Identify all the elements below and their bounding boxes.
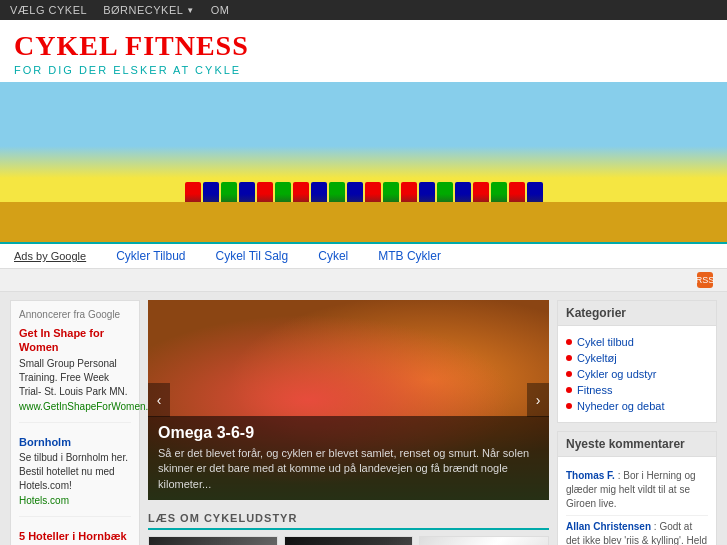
announce-header: Annoncerer fra Google <box>19 309 131 320</box>
ad-bar: Ads by Google Cykler Tilbud Cykel Til Sa… <box>0 242 727 269</box>
bullet-icon <box>566 403 572 409</box>
left-sidebar: Annoncerer fra Google Get In Shape for W… <box>10 300 140 545</box>
bullet-icon <box>566 339 572 345</box>
thumbnail-grid: 23. MARTS 2011 💬 0 20. MARTS 2011 💬 0 <box>148 536 549 545</box>
ad-link-cykel-til-salg[interactable]: Cykel Til Salg <box>216 249 289 263</box>
bullet-icon <box>566 371 572 377</box>
sidebar-ad-title-1[interactable]: Get In Shape for Women <box>19 326 131 355</box>
sidebar-ad-title-2[interactable]: Bornholm <box>19 435 131 449</box>
ad-link-cykler-tilbud[interactable]: Cykler Tilbud <box>116 249 185 263</box>
sidebar-ad-3: 5 Hoteller i Hornbæk Bestil dit Hotel i … <box>19 529 131 545</box>
featured-excerpt: Så er det blevet forår, og cyklen er ble… <box>158 446 539 492</box>
dropdown-arrow-icon: ▼ <box>186 6 194 15</box>
site-title: CYKEL FITNESS <box>14 30 713 62</box>
sidebar-ad-body-2: Se tilbud i Bornholm her. Bestil hotelle… <box>19 451 131 493</box>
featured-overlay: Omega 3-6-9 Så er det blevet forår, og c… <box>148 416 549 500</box>
nav-bornecykel[interactable]: BØRNECYKEL ▼ <box>103 4 195 16</box>
top-navigation: VÆLG CYKEL BØRNECYKEL ▼ OM <box>0 0 727 20</box>
category-item-5[interactable]: Nyheder og debat <box>566 398 708 414</box>
hero-image <box>0 82 727 242</box>
category-item-2[interactable]: Cykeltøj <box>566 350 708 366</box>
center-content: ‹ › Omega 3-6-9 Så er det blevet forår, … <box>148 300 549 545</box>
comment-author-2[interactable]: Allan Christensen <box>566 521 651 532</box>
bullet-icon <box>566 387 572 393</box>
comment-author-1[interactable]: Thomas F. <box>566 470 615 481</box>
categories-heading: Kategorier <box>558 301 716 326</box>
comments-box: Nyeste kommentarer Thomas F. : Bor i Her… <box>557 431 717 545</box>
sidebar-ad-1: Get In Shape for Women Small Group Perso… <box>19 326 131 423</box>
thumb-image-1: 23. MARTS 2011 💬 0 <box>149 537 277 545</box>
category-item-1[interactable]: Cykel tilbud <box>566 334 708 350</box>
right-sidebar: Kategorier Cykel tilbud Cykeltøj Cykler … <box>557 300 717 545</box>
ad-link-cykel[interactable]: Cykel <box>318 249 348 263</box>
sunflowers-illustration <box>0 202 727 242</box>
comments-heading: Nyeste kommentarer <box>558 432 716 457</box>
sidebar-ad-title-3[interactable]: 5 Hoteller i Hornbæk <box>19 529 131 543</box>
thumb-item-1[interactable]: 23. MARTS 2011 💬 0 <box>148 536 278 545</box>
comments-list: Thomas F. : Bor i Herning og glæder mig … <box>558 457 716 545</box>
nav-om[interactable]: OM <box>211 4 230 16</box>
comment-item-2: Allan Christensen : Godt at det ikke ble… <box>566 516 708 545</box>
thumb-image-3: 27. SEPTEMBER 2010 💬 1 <box>420 537 548 545</box>
featured-title[interactable]: Omega 3-6-9 <box>158 424 539 442</box>
sidebar-ad-url-2[interactable]: Hotels.com <box>19 495 131 506</box>
ad-link-mtb[interactable]: MTB Cykler <box>378 249 441 263</box>
thumb-image-2: 20. MARTS 2011 💬 0 <box>285 537 413 545</box>
next-button[interactable]: › <box>527 383 549 417</box>
sidebar-ad-body-1: Small Group Personal Training. Free Week… <box>19 357 131 399</box>
thumb-item-3[interactable]: 27. SEPTEMBER 2010 💬 1 <box>419 536 549 545</box>
category-item-4[interactable]: Fitness <box>566 382 708 398</box>
site-header: CYKEL FITNESS FOR DIG DER ELSKER AT CYKL… <box>0 20 727 82</box>
main-content: Annoncerer fra Google Get In Shape for W… <box>0 292 727 545</box>
rss-icon[interactable]: RSS <box>697 272 713 288</box>
sidebar-ad-2: Bornholm Se tilbud i Bornholm her. Besti… <box>19 435 131 517</box>
nav-vaelg-cykel[interactable]: VÆLG CYKEL <box>10 4 87 16</box>
featured-post: ‹ › Omega 3-6-9 Så er det blevet forår, … <box>148 300 549 500</box>
site-subtitle: FOR DIG DER ELSKER AT CYKLE <box>14 64 713 76</box>
category-item-3[interactable]: Cykler og udstyr <box>566 366 708 382</box>
categories-box: Kategorier Cykel tilbud Cykeltøj Cykler … <box>557 300 717 423</box>
categories-list: Cykel tilbud Cykeltøj Cykler og udstyr F… <box>558 326 716 422</box>
rss-bar: RSS <box>0 269 727 292</box>
thumb-item-2[interactable]: 20. MARTS 2011 💬 0 <box>284 536 414 545</box>
sidebar-ad-url-1[interactable]: www.GetInShapeForWomen.c... <box>19 401 131 412</box>
ads-by-google-label[interactable]: Ads by Google <box>14 250 86 262</box>
prev-button[interactable]: ‹ <box>148 383 170 417</box>
comment-item-1: Thomas F. : Bor i Herning og glæder mig … <box>566 465 708 516</box>
section-heading: LÆS OM CYKELUDSTYR <box>148 508 549 530</box>
bullet-icon <box>566 355 572 361</box>
